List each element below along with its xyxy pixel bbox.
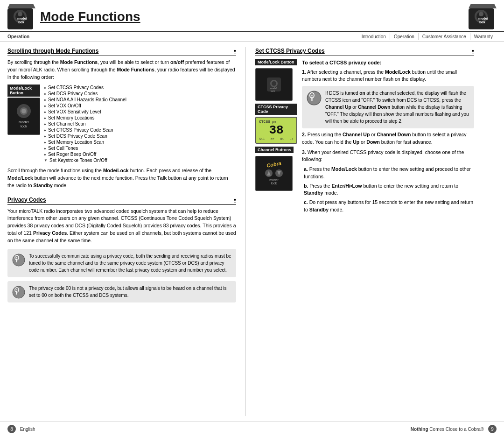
channel-buttons-section: Channel Buttons Cobra mode/ lock (255, 147, 297, 191)
page-num-left: 8 (7, 425, 16, 433)
dcs-note-icon: i (307, 91, 322, 105)
section1-intro: By scrolling through the Mode Functions,… (7, 59, 236, 81)
step2-text: 2. Press using the Channel Up or Channel… (302, 131, 474, 146)
mode-lock-label-right: Mode/Lock Button (255, 59, 297, 65)
right-column: Set CTCSS Privacy Codes Mode/Lock Button… (245, 47, 474, 416)
privacy-section: Privacy Codes Your microTALK radio incor… (7, 196, 236, 303)
nav-item-introduction: Introduction (358, 33, 390, 40)
ctcss-display-section: CTCSS Privacy Code CTCSS pm 38 Sil er Hi… (255, 104, 297, 144)
channel-buttons-image: Cobra mode/ lock (255, 156, 293, 191)
ctcss-privacy-label: CTCSS Privacy Code (255, 104, 297, 115)
svg-text:lock: lock (18, 21, 24, 24)
right-text-column: To select a CTCSS privacy code: 1. After… (302, 59, 474, 216)
note-text-2: The privacy code 00 is not a privacy cod… (29, 285, 231, 299)
mode-lock-image-container: Mode/Lock Button mode/ lock (7, 84, 40, 163)
page-footer: 8 English Nothing Comes Close to a Cobra… (0, 422, 504, 436)
mode-lock-btn-graphic (17, 104, 31, 118)
note-box-2: i The privacy code 00 is not a privacy c… (7, 281, 236, 302)
cobra-logo: Cobra (266, 160, 281, 168)
main-content: Scrolling through Mode Functions By scro… (0, 42, 504, 422)
svg-point-15 (21, 109, 26, 113)
mode-items-list: Set CTCSS Privacy Codes Set DCS Privacy … (44, 84, 236, 163)
svg-point-16 (13, 254, 25, 266)
mode-lock-radio-image: mode/ lock (255, 68, 293, 101)
note-box-1: i To successfully communicate using a pr… (7, 249, 236, 277)
svg-text:lock: lock (479, 21, 485, 24)
note-icon-1: i (12, 253, 25, 267)
mode-item-0: Set CTCSS Privacy Codes (44, 84, 236, 91)
footer-nothing: Nothing (411, 427, 428, 432)
ctcss-sub-right: Hi (280, 137, 284, 141)
footer-lang: English (20, 427, 35, 432)
step1-text: 1. After selecting a channel, press the … (302, 69, 474, 84)
mode-item-8: Set DCS Privacy Code Scan (44, 133, 236, 139)
nav-item-warranty: Warranty (470, 33, 497, 40)
svg-text:mode/: mode/ (17, 17, 27, 20)
svg-point-3 (18, 12, 22, 16)
nav-left-label: Operation (7, 34, 29, 39)
footer-left: 8 English (7, 425, 35, 433)
svg-point-19 (13, 286, 25, 298)
sub-item-c: c. Do not press any buttons for 15 secon… (304, 199, 474, 214)
nav-item-customer: Customer Assistance (419, 33, 470, 40)
page-title: Mode Functions (40, 9, 140, 24)
mode-item-12: Set Keystroke Tones On/Off (44, 157, 236, 163)
page-header: mode/ lock Mode Functions mode/ lock (0, 0, 504, 31)
svg-marker-13 (469, 4, 497, 8)
nav-item-operation: Operation (390, 33, 419, 40)
footer-right: Nothing Comes Close to a Cobra® 9 (411, 425, 497, 433)
page-num-right: 9 (488, 425, 497, 433)
mode-item-4: Set VOX Sensitivity Level (44, 109, 236, 115)
mode-lock-visual: mode/ lock (7, 98, 40, 135)
mode-item-3: Set VOX On/Off (44, 103, 236, 109)
note-icon-2: i (12, 286, 25, 299)
svg-point-31 (307, 91, 321, 105)
ctcss-number-display: 38 (259, 124, 294, 137)
section1-header: Scrolling through Mode Functions (7, 47, 236, 56)
sub-item-b: b. Press the Enter/Hi•Low button to ente… (304, 183, 474, 197)
dcs-note-box: i If DCS is turned on at the channel sel… (302, 86, 474, 128)
mode-item-1: Set DCS Privacy Codes (44, 91, 236, 97)
section2-header: Privacy Codes (7, 196, 236, 205)
dcs-note-text: If DCS is turned on at the channel selec… (325, 90, 469, 125)
select-heading: To select a CTCSS privacy code: (302, 59, 474, 67)
top-navigation: Operation Introduction Operation Custome… (0, 31, 504, 42)
right-section-header: Set CTCSS Privacy Codes (255, 47, 474, 56)
privacy-text: Your microTALK radio incorporates two ad… (7, 208, 236, 245)
mode-item-7: Set CTCSS Privacy Code Scan (44, 127, 236, 133)
mode-item-2: Set NOAA All Hazards Radio Channel (44, 97, 236, 103)
step3-text: 3. When your desired CTCSS privacy code … (302, 149, 474, 164)
channel-buttons-label: Channel Buttons (255, 147, 294, 153)
right-section-title: Set CTCSS Privacy Codes (255, 48, 325, 54)
mode-item-11: Set Roger Beep On/Off (44, 151, 236, 157)
mode-item-6: Set Channel Scan (44, 121, 236, 127)
mode-item-9: Set Memory Location Scan (44, 139, 236, 145)
right-images-column: Mode/Lock Button mode/ lock CTCS (255, 59, 297, 216)
footer-trademark: ® (481, 427, 484, 432)
mode-item-5: Set Memory Locations (44, 115, 236, 121)
svg-marker-6 (7, 4, 35, 8)
svg-text:mode/: mode/ (478, 17, 488, 20)
left-column: Scrolling through Mode Functions By scro… (7, 47, 236, 416)
mode-item-10: Set Call Tones (44, 145, 236, 151)
mode-lock-label: Mode/Lock Button (7, 84, 40, 97)
svg-text:lock: lock (271, 90, 275, 92)
header-icon-left: mode/ lock (7, 4, 35, 29)
ctcss-sub-far: L↕ (290, 137, 294, 141)
svg-point-24 (272, 81, 276, 86)
section1-title: Scrolling through Mode Functions (7, 48, 98, 54)
footer-tagline: Comes Close to a Cobra (429, 427, 481, 432)
mode-list-container: Mode/Lock Button mode/ lock Set CTCSS Pr… (7, 84, 236, 163)
section2-title: Privacy Codes (7, 197, 46, 203)
step3-sub-list: a. Press the Mode/Lock button to enter t… (302, 166, 474, 214)
ctcss-sub-left: Sil (259, 137, 265, 141)
scroll-instructions: Scroll through the mode functions using … (7, 167, 236, 189)
nav-right-items: Introduction Operation Customer Assistan… (358, 33, 497, 40)
note-text-1: To successfully communicate using a priv… (29, 253, 231, 274)
ctcss-layout: Mode/Lock Button mode/ lock CTCS (255, 59, 474, 216)
sub-item-a: a. Press the Mode/Lock button to enter t… (304, 166, 474, 181)
ctcss-sub-center: er (271, 137, 274, 141)
svg-point-10 (479, 12, 483, 16)
header-icon-right: mode/ lock (469, 4, 497, 29)
